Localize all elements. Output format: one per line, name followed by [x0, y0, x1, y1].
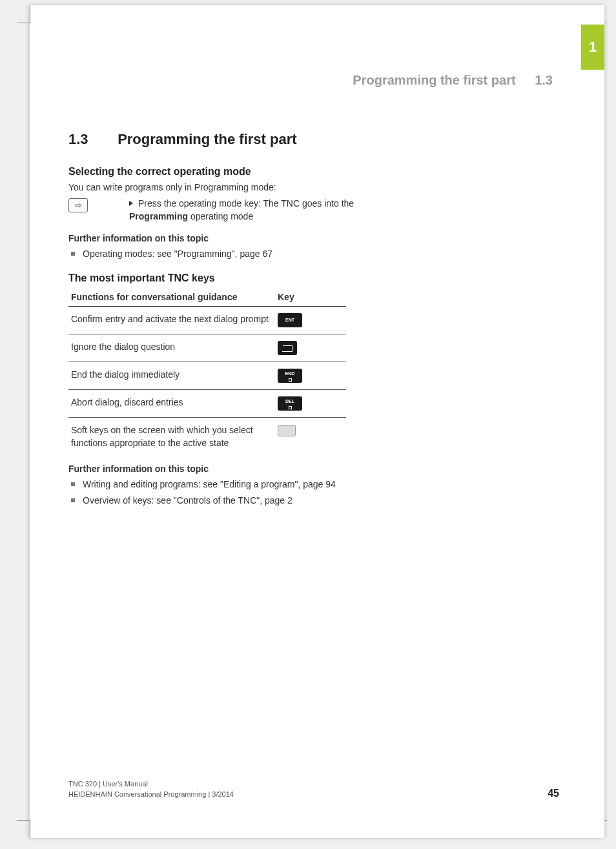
- instruction-bold: Programming: [129, 211, 188, 221]
- section-number: 1.3: [68, 131, 114, 148]
- crop-mark: [17, 820, 30, 821]
- mode-key-icon: ⇨: [68, 198, 88, 212]
- crop-mark: [604, 820, 607, 821]
- subsection-heading: Selecting the correct operating mode: [68, 166, 566, 178]
- end-key-icon: END: [278, 369, 302, 383]
- page: 1 Programming the first part 1.3 1.3 Pro…: [30, 5, 604, 838]
- list-item: Overview of keys: see "Controls of the T…: [68, 494, 353, 507]
- further-info-heading: Further information on this topic: [68, 233, 566, 243]
- crop-mark: [17, 23, 30, 23]
- footer-line2: HEIDENHAIN Conversational Programming | …: [68, 790, 234, 799]
- instruction-row: ⇨ Press the operating mode key: The TNC …: [68, 197, 566, 223]
- list-item: Writing and editing programs: see "Editi…: [68, 478, 353, 491]
- further-info-heading: Further information on this topic: [68, 464, 566, 474]
- crop-mark: [30, 5, 30, 23]
- instruction-pre: Press the operating mode key: The TNC go…: [138, 198, 354, 209]
- instruction-post: operating mode: [188, 211, 253, 221]
- key-cell: END: [275, 362, 346, 390]
- function-cell: Abort dialog, discard entries: [68, 390, 275, 418]
- chapter-tab: 1: [581, 25, 604, 70]
- instruction-text: Press the operating mode key: The TNC go…: [129, 197, 355, 223]
- crop-mark: [30, 820, 30, 838]
- function-cell: Ignore the dialog question: [68, 334, 275, 362]
- table-header-function: Functions for conversational guidance: [68, 288, 275, 307]
- table-header-key: Key: [275, 288, 346, 307]
- section-heading: 1.3 Programming the first part: [68, 131, 566, 148]
- page-footer: TNC 320 | User's Manual HEIDENHAIN Conve…: [68, 779, 559, 799]
- intro-paragraph: You can write programs only in Programmi…: [68, 181, 566, 194]
- function-cell: Confirm entry and activate the next dial…: [68, 307, 275, 334]
- table-row: End the dialog immediately END: [68, 362, 346, 390]
- function-cell: Soft keys on the screen with which you s…: [68, 418, 275, 456]
- running-head: Programming the first part 1.3: [353, 73, 553, 88]
- subsection-heading: The most important TNC keys: [68, 272, 566, 284]
- key-cell: DEL: [275, 390, 346, 418]
- key-cell: [275, 418, 346, 456]
- tnc-keys-section: The most important TNC keys Functions fo…: [68, 272, 566, 507]
- key-cell: ENT: [275, 307, 346, 334]
- list-item: Operating modes: see "Programming", page…: [68, 247, 353, 261]
- content: 1.3 Programming the first part Selecting…: [68, 131, 566, 519]
- section-title: Programming the first part: [118, 131, 296, 147]
- table-row: Soft keys on the screen with which you s…: [68, 418, 346, 456]
- triangle-bullet-icon: [129, 201, 133, 206]
- noent-key-icon: [278, 341, 297, 355]
- crop-mark: [604, 23, 607, 23]
- mode-key-glyph: ⇨: [75, 200, 82, 210]
- keys-table: Functions for conversational guidance Ke…: [68, 288, 346, 456]
- del-key-icon: DEL: [278, 396, 302, 411]
- key-cell: [275, 334, 346, 362]
- table-row: Abort dialog, discard entries DEL: [68, 390, 346, 418]
- footer-meta: TNC 320 | User's Manual HEIDENHAIN Conve…: [68, 779, 234, 799]
- function-cell: End the dialog immediately: [68, 362, 275, 390]
- chapter-number: 1: [589, 39, 597, 56]
- further-info-list: Writing and editing programs: see "Editi…: [68, 478, 566, 507]
- page-number: 45: [548, 788, 559, 799]
- further-info-list: Operating modes: see "Programming", page…: [68, 247, 566, 261]
- running-head-number: 1.3: [535, 73, 553, 87]
- table-row: Confirm entry and activate the next dial…: [68, 307, 346, 334]
- softkey-icon: [278, 425, 296, 436]
- running-head-title: Programming the first part: [353, 73, 515, 87]
- ent-key-icon: ENT: [278, 313, 302, 327]
- footer-line1: TNC 320 | User's Manual: [68, 779, 234, 789]
- table-row: Ignore the dialog question: [68, 334, 346, 362]
